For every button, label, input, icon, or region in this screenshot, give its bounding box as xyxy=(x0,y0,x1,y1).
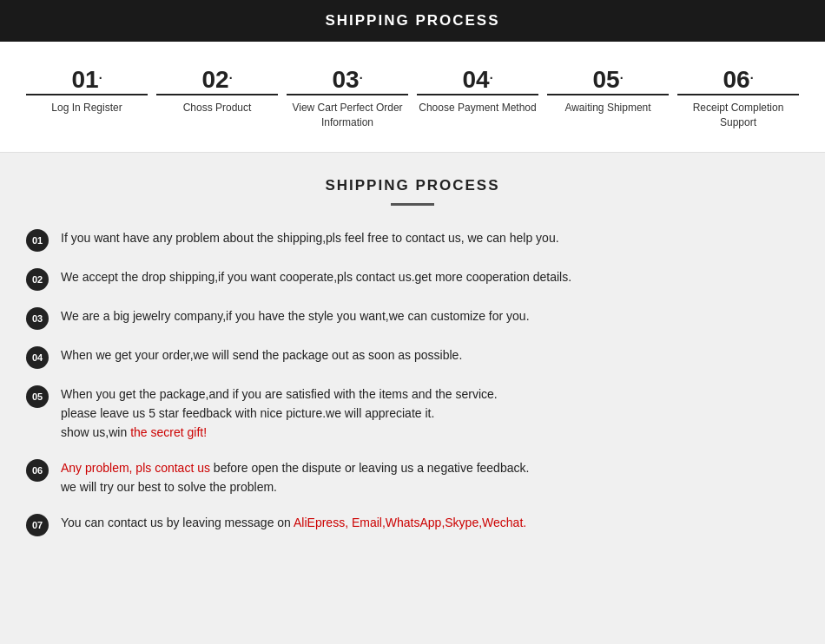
info-text-1: If you want have any problem about the s… xyxy=(61,228,559,247)
step-number: 04. xyxy=(417,68,538,95)
info-text-2: We accept the drop shipping,if you want … xyxy=(61,267,571,286)
step-label: Receipt Completion Support xyxy=(677,101,799,130)
info-text-7: You can contact us by leaving message on… xyxy=(61,513,526,532)
shipping-title-section: SHIPPING PROCESS xyxy=(0,153,825,220)
info-item-6: 06 Any problem, pls contact us before op… xyxy=(26,458,799,497)
red-link: Any problem, pls contact us xyxy=(61,461,210,475)
step-label: Log In Register xyxy=(51,101,122,115)
step-item-1: 01. Log In Register xyxy=(26,68,148,115)
bullet-06: 06 xyxy=(26,459,49,482)
bullet-02: 02 xyxy=(26,268,49,291)
steps-row: 01. Log In Register 02. Choss Product 03… xyxy=(22,68,803,130)
info-section: 01 If you want have any problem about th… xyxy=(0,220,825,578)
step-label: View Cart Perfect Order Information xyxy=(287,101,408,130)
step-item-2: 02. Choss Product xyxy=(156,68,278,115)
step-item-5: 05. Awaiting Shipment xyxy=(547,68,669,115)
step-number: 05. xyxy=(547,68,669,95)
step-label: Choose Payment Method xyxy=(419,101,536,115)
page-header: SHIPPING PROCESS xyxy=(0,0,825,42)
red-text: the secret gift! xyxy=(130,425,207,439)
title-underline xyxy=(391,203,434,206)
info-text-6: Any problem, pls contact us before open … xyxy=(61,458,529,497)
step-number: 02. xyxy=(156,68,278,95)
step-number: 01. xyxy=(26,68,148,95)
step-label: Awaiting Shipment xyxy=(564,101,650,115)
bullet-05: 05 xyxy=(26,385,49,408)
step-item-4: 04. Choose Payment Method xyxy=(417,68,538,115)
step-item-3: 03. View Cart Perfect Order Information xyxy=(287,68,408,130)
info-item-3: 03 We are a big jewelry company,if you h… xyxy=(26,306,799,330)
step-label: Choss Product xyxy=(183,101,252,115)
info-item-4: 04 When we get your order,we will send t… xyxy=(26,345,799,369)
bullet-04: 04 xyxy=(26,346,49,369)
shipping-process-title: SHIPPING PROCESS xyxy=(0,177,825,194)
step-item-6: 06. Receipt Completion Support xyxy=(677,68,799,130)
bullet-03: 03 xyxy=(26,307,49,330)
info-text-3: We are a big jewelry company,if you have… xyxy=(61,306,530,325)
info-text-5: When you get the package,and if you are … xyxy=(61,384,498,443)
info-item-2: 02 We accept the drop shipping,if you wa… xyxy=(26,267,799,291)
info-item-7: 07 You can contact us by leaving message… xyxy=(26,513,799,536)
info-item-1: 01 If you want have any problem about th… xyxy=(26,228,799,252)
red-link: AliEpress, Email,WhatsApp,Skype,Wechat. xyxy=(294,516,526,529)
step-number: 06. xyxy=(677,68,799,95)
steps-section: 01. Log In Register 02. Choss Product 03… xyxy=(0,42,825,153)
step-number: 03. xyxy=(287,68,408,95)
bullet-01: 01 xyxy=(26,229,49,252)
info-text-4: When we get your order,we will send the … xyxy=(61,345,462,365)
info-item-5: 05 When you get the package,and if you a… xyxy=(26,384,799,443)
header-title: SHIPPING PROCESS xyxy=(325,12,499,29)
bullet-07: 07 xyxy=(26,514,49,536)
